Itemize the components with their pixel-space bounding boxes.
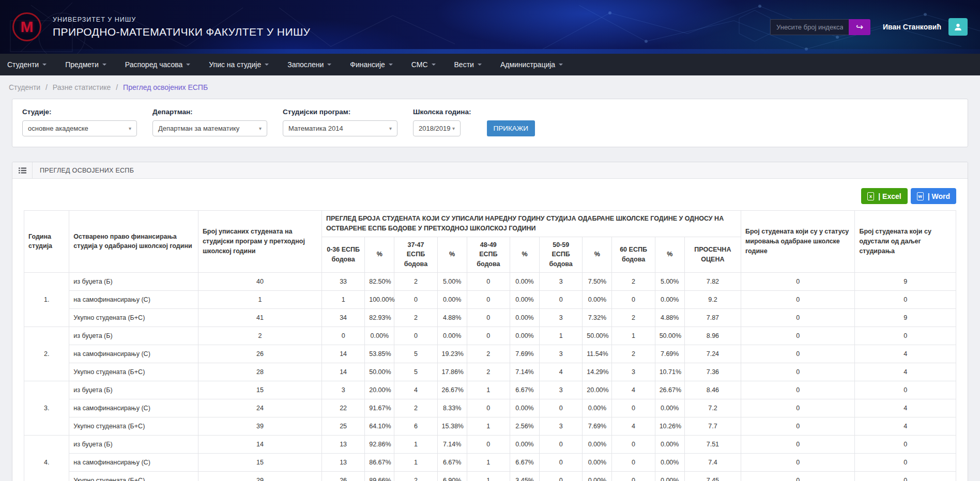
funding-type-cell: на самофинансирању (С) (69, 290, 198, 308)
espb-panel: ПРЕГЛЕД ОСВОЈЕНИХ ЕСПБ x | Excel w | Wor… (12, 162, 968, 481)
col-header-50-59: 50-59 ЕСПБ бодова (540, 237, 583, 272)
nav-item-7[interactable]: СМС (411, 60, 436, 69)
value-cell: 8.33% (437, 399, 467, 417)
search-input[interactable] (770, 19, 849, 35)
nav-item-label: Запослени (287, 60, 324, 69)
redo-arrow-icon: ↪ (856, 22, 863, 32)
col-header-0-36: 0-36 ЕСПБ бодова (322, 237, 365, 272)
department-label: Департман: (152, 108, 267, 116)
value-cell: 82.93% (365, 308, 394, 327)
value-cell: 24 (198, 399, 321, 417)
nav-item-5[interactable]: Запослени (287, 60, 331, 69)
nav-item-4[interactable]: Упис на студије (209, 60, 269, 69)
nav-item-2[interactable]: Предмети (65, 60, 106, 69)
value-cell: 1 (394, 453, 437, 471)
col-header-funding: Остварено право финансирања студија у од… (69, 211, 198, 273)
col-header-37-47: 37-47 ЕСПБ бодова (394, 237, 437, 272)
col-header-average: ПРОСЕЧНА ОЦЕНА (684, 237, 741, 272)
value-cell: 7.69% (583, 417, 612, 435)
table-row: Укупно студената (Б+С)392564.10%615.38%1… (24, 417, 956, 435)
search-submit-button[interactable]: ↪ (849, 19, 870, 35)
value-cell: 0 (612, 435, 655, 453)
value-cell: 0.00% (583, 435, 612, 453)
value-cell: 26.67% (655, 381, 684, 399)
value-cell: 5 (394, 345, 437, 363)
breadcrumb-separator: / (45, 83, 48, 91)
value-cell: 0.00% (583, 290, 612, 308)
department-select[interactable]: Департман за математику ▾ (152, 120, 267, 136)
col-header-dormant: Број студената који су у статусу мировањ… (741, 211, 854, 273)
chevron-down-icon (42, 64, 47, 66)
value-cell: 7.24 (684, 345, 741, 363)
nav-item-1[interactable]: Студенти (7, 60, 47, 69)
show-button[interactable]: ПРИКАЖИ (487, 120, 535, 136)
table-row: 1.из буџета (Б)403382.50%25.00%00.00%37.… (24, 272, 956, 290)
value-cell: 13 (322, 435, 365, 453)
breadcrumb-item-razne-statistike[interactable]: Разне статистике (53, 83, 111, 91)
value-cell: 3 (540, 381, 583, 399)
value-cell: 0.00% (510, 327, 539, 345)
col-header-percent: % (655, 237, 684, 272)
value-cell: 20.00% (583, 381, 612, 399)
value-cell: 9.2 (684, 290, 741, 308)
value-cell: 4.88% (655, 308, 684, 327)
year-cell: 2. (24, 327, 69, 381)
value-cell: 0 (540, 290, 583, 308)
value-cell: 6.67% (437, 453, 467, 471)
value-cell: 1 (467, 453, 510, 471)
value-cell: 0.00% (365, 327, 394, 345)
panel-title: ПРЕГЛЕД ОСВОЈЕНИХ ЕСПБ (33, 167, 134, 174)
funding-type-cell: Укупно студената (Б+С) (69, 308, 198, 327)
funding-type-cell: Укупно студената (Б+С) (69, 363, 198, 381)
export-excel-button[interactable]: x | Excel (861, 188, 907, 204)
funding-type-cell: из буџета (Б) (69, 272, 198, 290)
value-cell: 0 (855, 453, 956, 471)
value-cell: 2 (467, 363, 510, 381)
value-cell: 41 (198, 308, 321, 327)
col-header-percent: % (437, 237, 467, 272)
nav-item-6[interactable]: Финансије (350, 60, 392, 69)
value-cell: 20.00% (365, 381, 394, 399)
value-cell: 0.00% (583, 471, 612, 481)
espb-table-body: 1.из буџета (Б)403382.50%25.00%00.00%37.… (24, 272, 956, 481)
value-cell: 0 (741, 308, 854, 327)
nav-item-label: Распоред часова (125, 60, 182, 69)
user-name: Иван Станковић (883, 23, 941, 31)
value-cell: 0 (741, 327, 854, 345)
nav-item-9[interactable]: Администрација (500, 60, 563, 69)
value-cell: 11.54% (583, 345, 612, 363)
value-cell: 7.32% (583, 308, 612, 327)
excel-button-label: | Excel (878, 192, 901, 200)
funding-type-cell: из буџета (Б) (69, 435, 198, 453)
value-cell: 0 (855, 327, 956, 345)
chevron-down-icon: ▾ (452, 126, 455, 131)
export-word-button[interactable]: w | Word (911, 188, 956, 204)
value-cell: 0 (741, 453, 854, 471)
excel-file-icon: x (867, 192, 874, 200)
value-cell: 89.66% (365, 471, 394, 481)
breadcrumb-item-studenti[interactable]: Студенти (9, 83, 40, 91)
value-cell: 15 (198, 453, 321, 471)
funding-type-cell: из буџета (Б) (69, 327, 198, 345)
value-cell: 1 (612, 327, 655, 345)
school-year-select[interactable]: 2018/2019 ▾ (413, 120, 461, 136)
chevron-down-icon: ▾ (259, 126, 262, 131)
col-header-espb-group: ПРЕГЛЕД БРОЈА СТУДЕНАТА КОЈИ СУ УПИСАЛИ … (322, 211, 741, 237)
chevron-down-icon (432, 64, 436, 66)
studies-select[interactable]: основне академске ▾ (22, 120, 137, 136)
panel-heading: ПРЕГЛЕД ОСВОЈЕНИХ ЕСПБ (12, 162, 968, 179)
user-profile-button[interactable] (948, 18, 968, 36)
value-cell: 0 (741, 417, 854, 435)
value-cell: 4 (855, 345, 956, 363)
value-cell: 8.46 (684, 381, 741, 399)
value-cell: 19.23% (437, 345, 467, 363)
table-row: 2.из буџета (Б)200.00%00.00%00.00%150.00… (24, 327, 956, 345)
value-cell: 0.00% (437, 290, 467, 308)
value-cell: 22 (322, 399, 365, 417)
nav-item-8[interactable]: Вести (454, 60, 482, 69)
nav-item-3[interactable]: Распоред часова (125, 60, 190, 69)
value-cell: 0.00% (510, 435, 539, 453)
value-cell: 2 (394, 399, 437, 417)
value-cell: 0.00% (655, 399, 684, 417)
program-select[interactable]: Математика 2014 ▾ (283, 120, 397, 136)
